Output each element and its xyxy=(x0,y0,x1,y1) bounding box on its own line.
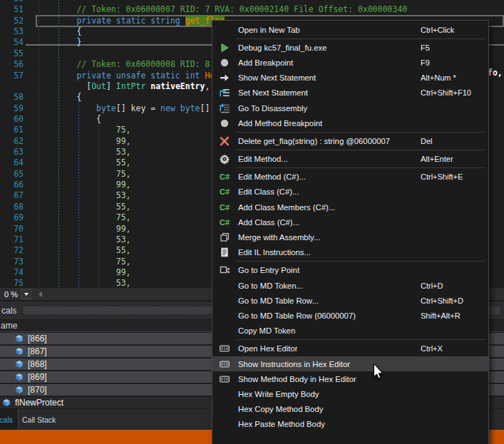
zoom-dropdown-button[interactable] xyxy=(21,289,31,299)
code-segment: 75, xyxy=(37,125,131,135)
tab-call-stack-label: Call Stack xyxy=(22,415,56,424)
menu-item-go-to-disassembly[interactable]: Go To Disassembly xyxy=(212,100,488,115)
menu-item-shortcut: F5 xyxy=(421,43,430,52)
menu-item-edit-method-c[interactable]: C#Edit Method (C#)...Ctrl+Shift+E xyxy=(212,170,488,185)
svg-text:C#: C# xyxy=(220,172,230,181)
svg-text:010: 010 xyxy=(220,361,228,366)
menu-item-shortcut: Alt+Enter xyxy=(421,155,453,163)
locals-row-name: [870] xyxy=(28,385,47,395)
code-segment: new byte xyxy=(160,103,200,113)
svg-text:C#: C# xyxy=(220,218,230,227)
line-number: 61 xyxy=(0,125,24,135)
csharp-icon: C# xyxy=(212,186,237,197)
code-segment: { xyxy=(37,114,101,124)
menu-item-shortcut: Ctrl+Shift+E xyxy=(421,172,463,181)
context-menu: Open in New TabCtrl+Click Debug kc57_fin… xyxy=(212,20,489,444)
line-number: 59 xyxy=(0,103,24,114)
line-number: 74 xyxy=(0,267,24,278)
menu-item-show-method-body-in-hex-editor[interactable]: 010Show Method Body in Hex Editor xyxy=(212,371,488,386)
code-segment: 53, xyxy=(37,147,131,157)
menu-item-shortcut: Ctrl+Shift+D xyxy=(421,296,463,305)
code-segment: 75, xyxy=(37,257,131,267)
menu-item-delete-get-flag-string-string-06000007[interactable]: Delete get_flag(string) : string @060000… xyxy=(212,133,488,148)
svg-text:C#: C# xyxy=(220,187,230,196)
menu-item-shortcut: Ctrl+Click xyxy=(421,26,454,34)
menu-item-edit-method[interactable]: Edit Method...Alt+Enter xyxy=(212,152,488,167)
menu-item-show-next-statement[interactable]: Show Next StatementAlt+Num * xyxy=(212,71,488,86)
line-number: 56 xyxy=(0,59,24,70)
menu-item-shortcut: Ctrl+D xyxy=(421,282,443,290)
line-number: 66 xyxy=(0,180,24,190)
menu-item-add-class-c[interactable]: C#Add Class (C#)... xyxy=(212,215,488,229)
menu-item-go-to-md-table-row-06000007[interactable]: Go to MD Table Row (06000007)Shift+Alt+R xyxy=(212,308,488,323)
zoom-level-label: 0 % xyxy=(0,290,20,299)
breakpoint-icon xyxy=(212,118,237,129)
svg-text:C#: C# xyxy=(220,203,230,212)
menu-item-label: Show Instructions in Hex Editor xyxy=(238,360,350,368)
menu-separator xyxy=(237,339,485,340)
menu-item-go-to-md-table-row[interactable]: Go to MD Table Row...Ctrl+Shift+D xyxy=(212,293,488,308)
line-number: 58 xyxy=(0,92,24,103)
hex-editor-icon: 010 xyxy=(212,358,237,370)
field-cube-icon xyxy=(15,334,24,343)
set-next-statement-icon xyxy=(212,87,237,98)
line-number: 52 xyxy=(0,16,24,26)
menu-item-show-instructions-in-hex-editor[interactable]: 010Show Instructions in Hex Editor xyxy=(212,356,488,371)
menu-item-hex-paste-method-body[interactable]: Hex Paste Method Body xyxy=(212,417,488,432)
menu-item-set-next-statement[interactable]: Set Next StatementCtrl+Shift+F10 xyxy=(212,86,488,100)
line-number: 65 xyxy=(0,169,24,180)
menu-item-label: Edit Class (C#)... xyxy=(238,187,299,196)
locals-row-name: [867] xyxy=(28,346,47,356)
menu-item-shortcut: Ctrl+Shift+F10 xyxy=(421,88,471,97)
dnspy-window: {"app": {"name": "dnSpy debugger (croppe… xyxy=(0,0,504,444)
line-number xyxy=(0,81,24,92)
gear-icon xyxy=(212,153,237,165)
field-cube-icon xyxy=(2,398,11,407)
csharp-icon: C# xyxy=(212,171,237,182)
tab-locals[interactable]: cals xyxy=(0,409,18,430)
menu-item-debug-kc57-final-fu-exe[interactable]: Debug kc57_final_fu.exeF5 xyxy=(212,40,488,55)
debug-play-icon xyxy=(212,42,237,53)
menu-item-hex-write-empty-body[interactable]: Hex Write Empty Body xyxy=(212,386,488,401)
code-segment: 53, xyxy=(37,234,131,244)
line-number: 75 xyxy=(0,278,24,288)
code-segment: // Token: 0x06000008 RID: 8 xyxy=(37,59,210,69)
menu-item-label: Go to Entry Point xyxy=(238,266,299,274)
field-cube-icon xyxy=(15,373,24,381)
tab-call-stack[interactable]: Call Stack xyxy=(19,409,59,430)
code-segment: IntPtr xyxy=(116,81,146,91)
code-segment: Out xyxy=(91,81,106,91)
code-segment xyxy=(37,103,96,113)
line-number: 57 xyxy=(0,71,24,81)
field-cube-icon xyxy=(15,347,24,356)
menu-item-merge-with-assembly[interactable]: Merge with Assembly... xyxy=(212,229,488,244)
svg-text:010: 010 xyxy=(220,376,228,381)
menu-item-add-class-members-c[interactable]: C#Add Class Members (C#)... xyxy=(212,200,488,215)
menu-item-go-to-md-token[interactable]: Go to MD Token...Ctrl+D xyxy=(212,278,488,293)
menu-item-add-breakpoint[interactable]: Add BreakpointF9 xyxy=(212,55,488,70)
menu-item-edit-class-c[interactable]: C#Edit Class (C#)... xyxy=(212,185,488,200)
code-segment: 75, xyxy=(37,212,131,222)
code-segment: 55, xyxy=(37,158,131,167)
menu-item-label: Debug kc57_final_fu.exe xyxy=(238,43,326,52)
menu-item-copy-md-token[interactable]: Copy MD Token xyxy=(212,324,488,339)
menu-item-open-hex-editor[interactable]: 010Open Hex EditorCtrl+X xyxy=(212,341,488,356)
menu-item-edit-il-instructions[interactable]: Edit IL Instructions... xyxy=(212,245,488,260)
code-segment: private static string xyxy=(76,16,185,26)
code-segment-wrapped-tail: fo, xyxy=(488,68,503,78)
menu-item-open-in-new-tab[interactable]: Open in New TabCtrl+Click xyxy=(212,22,488,37)
menu-item-label: Hex Write Empty Body xyxy=(238,390,319,398)
menu-item-hex-copy-method-body[interactable]: Hex Copy Method Body xyxy=(212,402,488,417)
hex-editor-icon: 010 xyxy=(212,343,237,354)
code-segment: 75, xyxy=(37,169,131,179)
menu-item-add-method-breakpoint[interactable]: Add Method Breakpoint xyxy=(212,115,488,130)
code-line[interactable]: 51 // Token: 0x06000007 RID: 7 RVA: 0x00… xyxy=(0,4,504,15)
menu-item-label: Open Hex Editor xyxy=(238,344,298,353)
menu-separator xyxy=(237,38,485,39)
menu-item-label: Delete get_flag(string) : string @060000… xyxy=(238,137,390,145)
menu-item-shortcut: F9 xyxy=(421,58,430,67)
disassembly-icon xyxy=(212,103,237,114)
locals-row-name: [869] xyxy=(28,372,47,382)
menu-item-go-to-entry-point[interactable]: Go to Entry Point xyxy=(212,263,488,278)
breakpoint-icon xyxy=(212,57,237,68)
